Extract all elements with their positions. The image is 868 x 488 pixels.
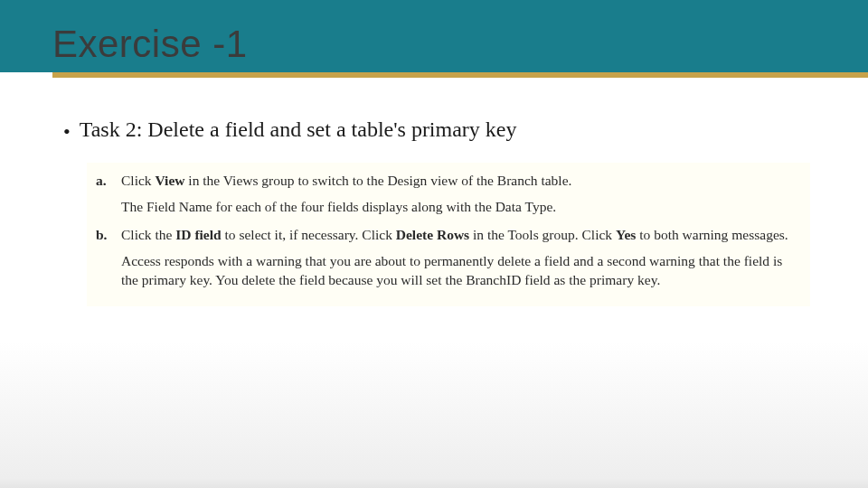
slide: Exercise -1 • Task 2: Delete a field and… (0, 0, 868, 488)
step-a: a. Click View in the Views group to swit… (96, 172, 801, 191)
step-b-seg2: to select it, if necessary. Click (222, 227, 396, 242)
step-b-body: Click the ID field to select it, if nece… (121, 226, 801, 245)
step-a-note: The Field Name for each of the four fiel… (121, 198, 801, 217)
step-b-note: Access responds with a warning that you … (121, 252, 801, 290)
step-b-bold2: Delete Rows (396, 227, 469, 242)
step-a-bold1: View (155, 173, 184, 188)
task-bullet-line: • Task 2: Delete a field and set a table… (63, 117, 814, 143)
step-a-seg2: in the Views group to switch to the Desi… (184, 173, 571, 188)
step-b-label: b. (96, 226, 112, 245)
task-bullet-text: Task 2: Delete a field and set a table's… (80, 117, 517, 142)
steps-box: a. Click View in the Views group to swit… (87, 163, 810, 306)
step-a-body: Click View in the Views group to switch … (121, 172, 801, 191)
title-wrap: Exercise -1 (52, 25, 248, 63)
step-b: b. Click the ID field to select it, if n… (96, 226, 801, 245)
step-b-seg1: Click the (121, 227, 175, 242)
step-a-label: a. (96, 172, 112, 191)
step-b-seg3: in the Tools group. Click (469, 227, 616, 242)
slide-title: Exercise -1 (52, 25, 248, 63)
step-a-seg1: Click (121, 173, 155, 188)
slide-body: • Task 2: Delete a field and set a table… (63, 117, 814, 306)
title-underline (52, 72, 868, 78)
step-b-seg4: to both warning messages. (636, 227, 788, 242)
bullet-icon: • (63, 119, 71, 145)
step-b-bold3: Yes (616, 227, 636, 242)
step-b-bold1: ID field (175, 227, 221, 242)
